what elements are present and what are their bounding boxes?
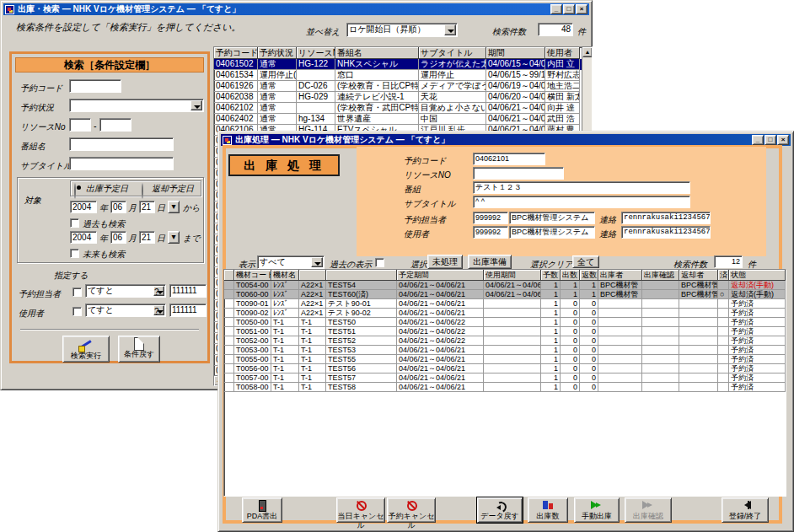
table-row[interactable]: T0054-00ﾚﾝｽﾞA22×1TEST5404/06/21～04/06/21… xyxy=(224,281,786,290)
table-row[interactable]: 04061926通常DC-026(学校教育・日比CP特番T-2)メディアで学ぼう… xyxy=(214,81,582,92)
table-cell: 0 xyxy=(580,309,598,318)
出庫数-button[interactable]: 出庫数 xyxy=(528,497,568,523)
column-header: 出数 xyxy=(561,270,580,281)
reservation-person-checkbox[interactable] xyxy=(72,287,82,297)
from-date-dropdown-button[interactable]: ▾ xyxy=(168,201,180,213)
user-contact[interactable]: rennrakusaki1234567 xyxy=(621,226,711,239)
reservation-status-combobox[interactable] xyxy=(69,99,204,112)
to-day-input[interactable]: 21 xyxy=(139,231,155,244)
subtitle-label: サブタイトル xyxy=(20,160,72,172)
program-input[interactable]: テスト１２３ xyxy=(473,181,690,194)
table-cell: 04/06/21～04/06/21 xyxy=(397,383,484,392)
display-combobox[interactable]: すべて xyxy=(257,255,325,269)
to-date-dropdown-button[interactable]: ▾ xyxy=(168,231,180,244)
当日キャンセル-button[interactable]: 当日キャンセル xyxy=(336,497,385,523)
table-row[interactable]: T0058-00T-1T-1TEST5804/06/21～04/06/21100… xyxy=(224,383,786,392)
table-cell xyxy=(484,373,541,383)
chevron-down-icon[interactable] xyxy=(444,24,456,35)
reservation-person-code[interactable]: 999992 xyxy=(473,212,508,224)
user-code-input[interactable]: 111111 xyxy=(169,304,207,317)
from-month-input[interactable]: 06 xyxy=(110,201,126,213)
table-row[interactable]: T0057-00T-1T-1TEST5704/06/21～04/06/21100… xyxy=(224,373,786,383)
maximize-icon[interactable]: □ xyxy=(764,135,776,145)
resource-no-to-input[interactable] xyxy=(99,118,131,132)
PDA書出-button[interactable]: PDA書出 xyxy=(242,497,282,523)
table-row[interactable]: T0050-00T-1T-1TEST5004/06/21～04/06/22100… xyxy=(224,318,786,327)
to-year-input[interactable]: 2004 xyxy=(70,231,97,244)
手動出庫-button[interactable]: 手動出庫 xyxy=(574,497,620,523)
checkout-window-titlebar[interactable]: 出庫処理 ― NHK Vロケ機材管理システム ― 「てすと」 _ □ × xyxy=(221,134,791,146)
resource-no-input[interactable] xyxy=(473,167,564,180)
reservation-person-code-input[interactable]: 111111 xyxy=(169,284,207,298)
help-icon[interactable]: ? xyxy=(153,286,164,296)
table-cell: 0 xyxy=(561,355,580,364)
table-row[interactable]: T0053-00T-1T-1TEST5304/06/21～04/06/21100… xyxy=(224,346,786,355)
reservation-person-combobox[interactable]: てすと ? xyxy=(85,284,166,298)
table-row[interactable]: T0055-00T-1T-1TEST5504/06/21～04/06/21100… xyxy=(224,355,786,364)
search-past-checkbox[interactable] xyxy=(70,218,79,228)
reservation-person-contact[interactable]: rennrakusaki1234567 xyxy=(621,212,711,224)
to-month-input[interactable]: 06 xyxy=(110,231,126,244)
ship-date-radio[interactable] xyxy=(74,183,76,199)
reservation-code-input[interactable] xyxy=(69,79,121,93)
search-window-titlebar[interactable]: 出庫・検索 ― NHK Vロケ機材管理システム ― 「てすと」 _ □ × xyxy=(3,3,589,15)
table-row[interactable]: T0060-00ﾚﾝｽﾞA22×1TEST60(済)04/06/21～04/06… xyxy=(224,290,786,299)
登録/終了-button[interactable]: 登録/終了 xyxy=(722,497,769,523)
table-row[interactable]: T0090-02ﾚﾝｽﾞA22×1テスト90-0204/06/21～04/06/… xyxy=(224,309,786,318)
return-date-radio[interactable] xyxy=(142,183,143,199)
unprocessed-button[interactable]: 未処理 xyxy=(427,255,463,269)
table-row[interactable]: 04062402通常hg-134世界遺産中国04/06/21～04/07/15武… xyxy=(214,114,582,125)
help-icon[interactable]: ? xyxy=(153,305,164,315)
reservation-person-name[interactable]: BPC機材管理システム xyxy=(509,212,595,224)
ship-ready-button[interactable]: 出庫準備 xyxy=(468,255,512,269)
reservation-code-input[interactable]: 04062101 xyxy=(473,153,545,165)
table-row[interactable]: 04062102通常(学校教育・武田CP特番T-1)目覚めよ小さないのち04/0… xyxy=(214,103,582,114)
table-cell: T-1 xyxy=(271,346,299,355)
close-icon[interactable]: × xyxy=(576,4,587,14)
end-icon xyxy=(738,500,752,511)
table-cell: 04/06/21～04/06/21 xyxy=(484,281,541,290)
user-combobox[interactable]: てすと ? xyxy=(85,304,166,317)
show-past-checkbox[interactable] xyxy=(375,258,384,267)
minimize-icon[interactable]: _ xyxy=(752,135,764,145)
table-cell: 0 xyxy=(580,373,598,383)
chevron-down-icon[interactable] xyxy=(311,257,323,267)
table-cell: 04061926 xyxy=(214,81,258,92)
table-cell xyxy=(224,336,234,346)
table-row[interactable]: 04062038通常HG-029連続テレビ小説-1天花04/06/20～04/0… xyxy=(214,92,582,103)
データ戻す-button[interactable]: データ戻す xyxy=(477,497,523,523)
table-row[interactable]: T0051-00T-1T-1TEST5104/06/21～04/06/22100… xyxy=(224,327,786,336)
search-execute-button[interactable]: 検索実行 xyxy=(62,336,110,363)
table-cell: TEST57 xyxy=(326,373,397,383)
chevron-down-icon[interactable] xyxy=(190,100,202,110)
table-row[interactable]: T0052-00T-1T-1TEST5204/06/21～04/06/22100… xyxy=(224,336,786,346)
maximize-icon[interactable]: □ xyxy=(563,4,575,14)
close-icon[interactable]: × xyxy=(777,135,789,145)
resource-no-from-input[interactable] xyxy=(69,118,91,132)
search-future-checkbox[interactable] xyxy=(70,249,79,258)
table-cell xyxy=(224,290,234,299)
condition-reset-button[interactable]: 条件戻す xyxy=(118,336,160,363)
minimize-icon[interactable]: _ xyxy=(550,4,562,14)
select-all-button[interactable]: 全て xyxy=(572,255,599,268)
user-code[interactable]: 999992 xyxy=(473,226,508,239)
予約キャンセル-button[interactable]: 予約キャンセル xyxy=(387,497,436,523)
from-day-input[interactable]: 21 xyxy=(139,201,155,213)
scroll-up-icon[interactable]: ▲ xyxy=(582,47,593,57)
from-year-input[interactable]: 2004 xyxy=(70,201,97,213)
user-name[interactable]: BPC機材管理システム xyxy=(509,226,595,239)
program-name-input[interactable] xyxy=(69,137,174,151)
subtitle-input[interactable] xyxy=(69,157,174,170)
table-cell: T-1 xyxy=(299,318,326,327)
table-row[interactable]: 04061534運用停止(窓口運用停止04/06/15～99/12/31野村広志 xyxy=(214,70,582,81)
sort-combobox[interactable]: ロケ開始日（昇順） xyxy=(346,23,458,37)
user-checkbox[interactable] xyxy=(72,307,82,316)
table-cell: 予約済 xyxy=(729,336,786,346)
subtitle-input[interactable]: ^ ^ xyxy=(473,196,690,208)
table-row[interactable]: T0090-01ﾚﾝｽﾞA22×1テスト90-0104/06/21～04/06/… xyxy=(224,299,786,309)
table-row[interactable]: T0056-00T-1T-1TEST5604/06/21～04/06/21100… xyxy=(224,364,786,373)
table-row[interactable]: 04061502通常HG-122NHKスペシャルラジオが伝えた太平洋04/06/… xyxy=(214,59,582,70)
result-count-value: 12 xyxy=(714,255,743,268)
table-cell: 通常 xyxy=(258,81,297,92)
table-cell: 窓口 xyxy=(335,70,419,81)
